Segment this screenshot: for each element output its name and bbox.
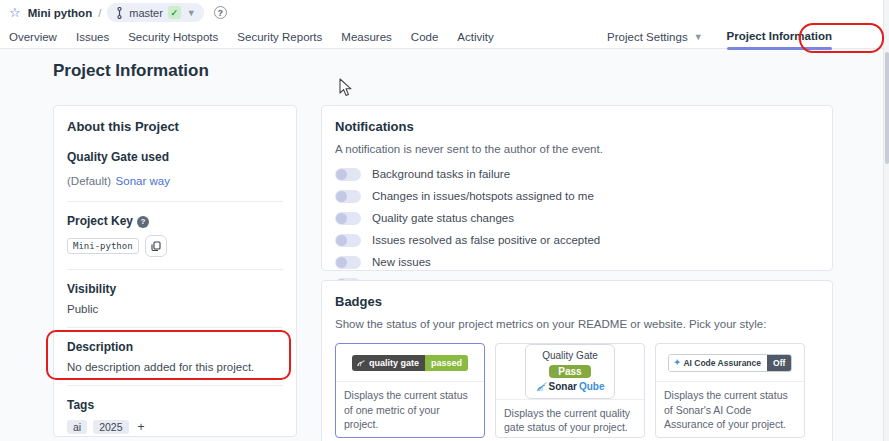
scrollbar-thumb[interactable]: [885, 52, 889, 164]
add-tag-button[interactable]: +: [135, 420, 148, 434]
badge-option-quality-gate-card[interactable]: Quality Gate Pass SonarQube Displays the…: [495, 343, 645, 438]
brand-qube: Qube: [579, 381, 605, 392]
description-label: Description: [67, 340, 283, 354]
toggle-quality-gate[interactable]: [335, 212, 361, 225]
tag-ai[interactable]: ai: [67, 420, 87, 434]
toggle-issues-resolved[interactable]: [335, 234, 361, 247]
nav-tab-issues[interactable]: Issues: [76, 31, 109, 43]
chevron-down-icon: ▼: [187, 8, 196, 18]
chevron-down-icon: ▼: [694, 32, 703, 42]
project-key-value: Mini-python: [67, 238, 139, 254]
notification-row-background-tasks: Background tasks in failure: [335, 167, 819, 181]
favorite-star-icon[interactable]: ☆: [9, 6, 21, 19]
toggle-label: New issues: [372, 256, 431, 268]
metric-badge-status: passed: [425, 355, 468, 371]
tags-label: Tags: [67, 398, 283, 412]
badge-caption: Displays the current status of Sonar's A…: [656, 381, 804, 437]
vertical-scrollbar[interactable]: [883, 0, 889, 441]
ai-badge-label: AI Code Assurance: [683, 358, 761, 368]
toggle-knob: [336, 257, 347, 268]
sonarqube-waves-icon: [536, 381, 547, 392]
toggle-knob: [336, 169, 347, 180]
breadcrumb-project-name[interactable]: Mini python: [28, 7, 93, 19]
nav-tab-overview[interactable]: Overview: [9, 31, 57, 43]
project-settings-label: Project Settings: [607, 31, 688, 43]
notification-row-changes-assigned: Changes in issues/hotspots assigned to m…: [335, 189, 819, 203]
nav-tab-code[interactable]: Code: [411, 31, 439, 43]
project-key-help-icon[interactable]: ?: [137, 216, 149, 228]
project-key-label-text: Project Key: [67, 214, 133, 228]
nav-tab-measures[interactable]: Measures: [341, 31, 392, 43]
badge-option-metric[interactable]: quality gate passed Displays the current…: [335, 343, 485, 438]
nav-tab-security-reports[interactable]: Security Reports: [237, 31, 322, 43]
tags-section: Tags ai 2025 +: [67, 398, 283, 434]
branch-icon: [115, 7, 124, 19]
notifications-title: Notifications: [335, 119, 819, 134]
nav-right: Project Settings ▼ Project Information: [607, 30, 880, 44]
ai-badge-status: Off: [767, 355, 791, 371]
copy-project-key-button[interactable]: [145, 235, 167, 257]
tag-2025[interactable]: 2025: [93, 420, 128, 434]
branch-selector[interactable]: master ✓ ▼: [107, 3, 204, 22]
quality-gate-label: Quality Gate used: [67, 150, 283, 164]
toggle-new-issues[interactable]: [335, 256, 361, 269]
project-key-label: Project Key?: [67, 214, 283, 228]
quality-gate-link[interactable]: Sonar way: [116, 175, 170, 187]
badge-option-ai-code-assurance[interactable]: ✦ AI Code Assurance Off Displays the cur…: [655, 343, 805, 438]
ai-sparkle-icon: ✦: [674, 358, 681, 367]
divider: [67, 201, 283, 202]
toggle-changes-assigned[interactable]: [335, 190, 361, 203]
badge-style-options: quality gate passed Displays the current…: [335, 343, 819, 438]
top-bar: ☆ Mini python / master ✓ ▼ ? Overview Is…: [0, 0, 889, 49]
nav-tab-activity[interactable]: Activity: [457, 31, 493, 43]
qg-pass-pill: Pass: [549, 365, 590, 378]
ai-badge-preview: ✦ AI Code Assurance Off: [656, 344, 804, 381]
copy-icon: [151, 241, 161, 252]
visibility-label: Visibility: [67, 282, 283, 296]
toggle-label: Issues resolved as false positive or acc…: [372, 234, 600, 246]
badges-card: Badges Show the status of your project m…: [321, 280, 833, 441]
brand-sonar: Sonar: [549, 381, 577, 392]
toggle-knob: [336, 213, 347, 224]
quality-gate-default: (Default): [67, 175, 111, 187]
about-card-title: About this Project: [67, 119, 283, 134]
visibility-section: Visibility Public: [67, 282, 283, 315]
toggle-background-tasks[interactable]: [335, 168, 361, 181]
description-section: Description No description added for thi…: [67, 340, 283, 373]
project-key-section: Project Key? Mini-python: [67, 214, 283, 257]
visibility-value: Public: [67, 303, 283, 315]
badges-description: Show the status of your project metrics …: [335, 318, 819, 330]
quality-gate-card-preview: Quality Gate Pass SonarQube: [496, 344, 644, 399]
metric-badge-label: quality gate: [369, 358, 419, 368]
toggle-label: Changes in issues/hotspots assigned to m…: [372, 190, 594, 202]
badges-title: Badges: [335, 294, 819, 309]
page-title: Project Information: [53, 61, 209, 81]
toggle-knob: [336, 191, 347, 202]
breadcrumb-separator: /: [98, 7, 101, 19]
divider: [67, 385, 283, 386]
nav-left: Overview Issues Security Hotspots Securi…: [9, 31, 494, 43]
qg-card-title: Quality Gate: [536, 350, 605, 361]
branch-name: master: [129, 7, 163, 19]
badge-caption: Displays the current status of one metri…: [336, 381, 484, 437]
toggle-label: Background tasks in failure: [372, 168, 510, 180]
sonarqube-project-info-page: ☆ Mini python / master ✓ ▼ ? Overview Is…: [0, 0, 889, 441]
nav-tab-project-information-active[interactable]: Project Information: [727, 30, 832, 44]
nav-tab-security-hotspots[interactable]: Security Hotspots: [128, 31, 218, 43]
branch-status-check-icon: ✓: [168, 6, 181, 19]
nav-project-settings[interactable]: Project Settings ▼: [607, 31, 702, 43]
notification-row-quality-gate: Quality gate status changes: [335, 211, 819, 225]
notifications-note: A notification is never sent to the auth…: [335, 143, 819, 155]
about-project-card: About this Project Quality Gate used (De…: [53, 105, 297, 437]
divider: [67, 269, 283, 270]
divider: [67, 327, 283, 328]
notifications-card: Notifications A notification is never se…: [321, 105, 833, 271]
page-content: Project Information About this Project Q…: [0, 49, 883, 441]
metric-badge-preview: quality gate passed: [336, 344, 484, 381]
branch-help-icon[interactable]: ?: [214, 6, 227, 19]
toggle-label: Quality gate status changes: [372, 212, 514, 224]
notification-row-new-issues: New issues: [335, 255, 819, 269]
breadcrumb: ☆ Mini python / master ✓ ▼ ?: [0, 0, 889, 25]
badge-caption: Displays the current quality gate status…: [496, 399, 644, 440]
quality-gate-section: Quality Gate used (Default) Sonar way: [67, 150, 283, 189]
